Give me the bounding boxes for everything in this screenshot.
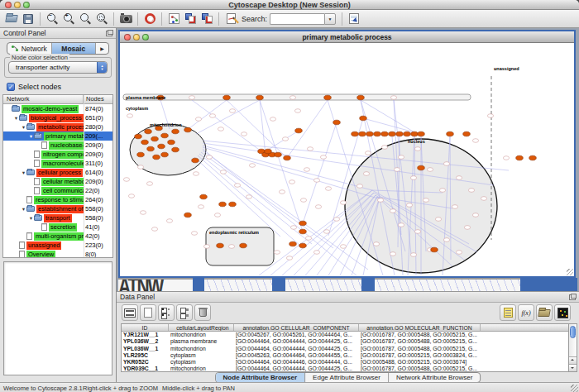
minimize-button[interactable] xyxy=(14,2,21,8)
network-node-selected[interactable] xyxy=(299,221,307,226)
network-node-selected[interactable] xyxy=(141,140,149,145)
float-panel-button[interactable] xyxy=(106,31,112,36)
frame-minimize-button[interactable] xyxy=(133,34,140,41)
network-node-selected[interactable] xyxy=(389,131,396,136)
network-node[interactable] xyxy=(472,139,478,143)
tree-row[interactable]: secretion41(0) xyxy=(3,222,112,232)
network-node-selected[interactable] xyxy=(145,129,152,134)
network-node-selected[interactable] xyxy=(229,202,237,207)
table-row[interactable]: YLR295Ccytoplasm[GO:0045263, GO:0044464,… xyxy=(122,352,568,359)
network-node[interactable] xyxy=(307,147,313,151)
network-node[interactable] xyxy=(270,117,275,122)
network-node[interactable] xyxy=(137,165,143,170)
tree-row[interactable]: multi-organism pro42(0) xyxy=(3,232,112,241)
column-header[interactable]: _cellularLayoutRegion xyxy=(169,324,234,331)
network-node[interactable] xyxy=(123,178,129,182)
network-node[interactable] xyxy=(304,168,309,172)
function-builder-icon[interactable]: f(x) xyxy=(518,304,534,321)
network-node-selected[interactable] xyxy=(223,95,231,100)
tree-row[interactable]: mosaic-demo-yeast874(0) xyxy=(3,104,112,113)
network-node[interactable] xyxy=(151,227,157,232)
network-node-selected[interactable] xyxy=(299,229,307,234)
network-node[interactable] xyxy=(406,203,412,208)
tree-row[interactable]: cellular metabo209(0) xyxy=(3,177,112,186)
expander-icon[interactable]: ▼ xyxy=(13,116,19,121)
expander-icon[interactable]: ▼ xyxy=(21,170,26,175)
tree-row[interactable]: ▼primary metab209(... xyxy=(3,131,112,141)
search-dropdown-button[interactable]: ▼ xyxy=(324,13,336,25)
network-node[interactable] xyxy=(456,176,462,180)
delete-attribute-icon[interactable] xyxy=(194,304,211,321)
network-view-icon[interactable] xyxy=(165,11,182,27)
network-node[interactable] xyxy=(286,256,292,261)
network-node[interactable] xyxy=(193,172,199,176)
network-node-selected[interactable] xyxy=(374,131,381,136)
network-node-selected[interactable] xyxy=(381,131,389,136)
network-node[interactable] xyxy=(423,198,428,203)
network-node[interactable] xyxy=(300,198,306,203)
network-node[interactable] xyxy=(191,232,197,236)
zoom-fit-icon[interactable] xyxy=(77,11,93,27)
tree-row[interactable]: Overview8(0) xyxy=(3,250,112,258)
network-node-selected[interactable] xyxy=(290,241,297,246)
network-node[interactable] xyxy=(290,96,295,100)
select-nodes-checkbox[interactable]: ✓ xyxy=(7,83,15,91)
network-node-selected[interactable] xyxy=(172,129,179,134)
tree-row[interactable]: response to stimulu264(0) xyxy=(3,195,112,204)
network-node[interactable] xyxy=(363,172,369,176)
network-edge[interactable] xyxy=(227,100,287,158)
column-header[interactable]: annotation.GO CELLULAR_COMPONENT xyxy=(234,324,359,331)
tree-row[interactable]: nucleobase-209(0) xyxy=(3,141,112,150)
network-node[interactable] xyxy=(410,176,416,180)
tab-network[interactable]: Network xyxy=(7,43,52,54)
help-icon[interactable] xyxy=(141,11,158,27)
network-node[interactable] xyxy=(305,237,311,241)
background-window[interactable] xyxy=(285,278,361,291)
frame-zoom-button[interactable] xyxy=(142,34,149,41)
network-node[interactable] xyxy=(290,226,296,230)
network-node-selected[interactable] xyxy=(161,133,169,138)
canvas-resize-grip[interactable] xyxy=(567,269,573,275)
node-color-select[interactable]: transporter activity ▲▼ xyxy=(8,61,108,74)
expander-icon[interactable]: ▼ xyxy=(21,125,26,130)
network-node-selected[interactable] xyxy=(172,147,179,152)
network-node[interactable] xyxy=(294,109,300,113)
network-node[interactable] xyxy=(356,184,362,189)
network-node-selected[interactable] xyxy=(516,155,524,160)
network-node-selected[interactable] xyxy=(529,155,537,160)
network-canvas[interactable]: plasma membranecytoplasmmitochondrionnuc… xyxy=(120,43,574,276)
tree-header-nodes[interactable]: Nodes xyxy=(84,95,112,103)
zoom-out-icon[interactable]: − xyxy=(44,11,60,27)
expander-icon[interactable]: ▼ xyxy=(28,216,34,221)
network-node[interactable] xyxy=(452,205,457,209)
select-attributes-icon[interactable] xyxy=(158,304,175,321)
network-node-selected[interactable] xyxy=(192,158,199,163)
network-edge[interactable] xyxy=(196,100,260,134)
scroll-up-button[interactable] xyxy=(569,356,577,364)
background-window[interactable] xyxy=(375,278,520,291)
network-node[interactable] xyxy=(414,230,420,234)
network-node-selected[interactable] xyxy=(184,213,192,218)
network-node-selected[interactable] xyxy=(418,131,425,136)
network-node[interactable] xyxy=(443,238,449,242)
background-window[interactable] xyxy=(204,278,272,291)
save-icon[interactable] xyxy=(20,11,36,27)
background-window[interactable]: ATNW xyxy=(118,278,193,291)
network-node[interactable] xyxy=(234,184,240,188)
new-attribute-icon[interactable] xyxy=(140,304,156,321)
tree-row[interactable]: nitrogen compo209(0) xyxy=(3,150,112,159)
network-node[interactable] xyxy=(464,226,470,230)
network-node[interactable] xyxy=(146,182,152,186)
network-node-selected[interactable] xyxy=(284,155,291,160)
table-row[interactable]: YDR039C__1mitochondrion[GO:0044464, GO:0… xyxy=(122,366,568,372)
network-node[interactable] xyxy=(214,213,220,218)
network-node[interactable] xyxy=(313,251,319,255)
network-node-selected[interactable] xyxy=(360,116,367,121)
network-node-selected[interactable] xyxy=(411,131,419,136)
node-vizmap-icon[interactable] xyxy=(182,11,199,27)
tree-header-network[interactable]: Network xyxy=(3,95,84,103)
network-node-selected[interactable] xyxy=(158,144,165,149)
tree-row[interactable]: macromolecule311(0) xyxy=(3,159,112,168)
network-node[interactable] xyxy=(414,147,420,151)
network-node[interactable] xyxy=(323,230,329,234)
